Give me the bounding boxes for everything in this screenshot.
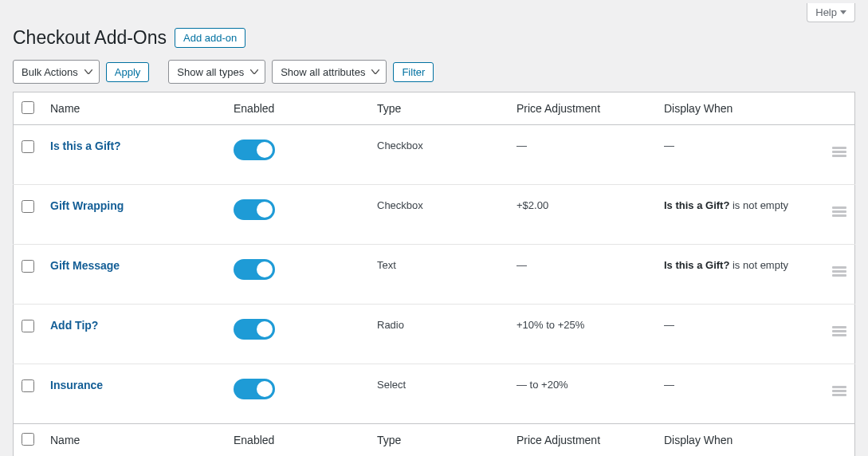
col-footer-type: Type: [369, 424, 509, 457]
row-checkbox[interactable]: [22, 379, 34, 392]
col-header-display[interactable]: Display When: [656, 92, 815, 125]
bulk-actions-label: Bulk Actions: [22, 66, 78, 78]
condition-rest: is not empty: [729, 259, 788, 271]
chevron-down-icon: [840, 10, 846, 15]
drag-handle-icon[interactable]: [832, 143, 846, 157]
select-all-checkbox-bottom[interactable]: [22, 433, 34, 446]
condition-rest: is not empty: [729, 199, 788, 211]
chevron-down-icon: [250, 69, 258, 74]
condition-empty: —: [664, 379, 674, 391]
enabled-toggle[interactable]: [234, 319, 275, 340]
row-title-link[interactable]: Is this a Gift?: [50, 140, 121, 152]
filter-button[interactable]: Filter: [393, 62, 434, 82]
enabled-toggle[interactable]: [234, 140, 275, 160]
help-tab[interactable]: Help: [807, 3, 855, 22]
addons-table: Name Enabled Type Price Adjustment Displ…: [13, 92, 855, 456]
condition-empty: —: [664, 140, 674, 151]
help-tab-label: Help: [815, 6, 837, 18]
bulk-actions-select[interactable]: Bulk Actions: [13, 60, 100, 84]
row-title-link[interactable]: Add Tip?: [50, 319, 98, 332]
row-price: +10% to +25%: [509, 305, 656, 364]
row-checkbox[interactable]: [22, 140, 34, 153]
col-footer-enabled: Enabled: [226, 424, 369, 457]
row-title-link[interactable]: Insurance: [50, 379, 103, 391]
type-filter-select[interactable]: Show all types: [168, 60, 265, 84]
enabled-toggle[interactable]: [234, 379, 275, 399]
table-row: InsuranceSelect— to +20%—: [14, 364, 855, 424]
condition-field-name: Is this a Gift?: [664, 259, 729, 271]
enabled-toggle[interactable]: [234, 259, 275, 280]
row-title-link[interactable]: Gift Message: [50, 259, 120, 272]
col-header-enabled[interactable]: Enabled: [226, 92, 369, 125]
row-type: Text: [369, 245, 509, 305]
table-row: Gift WrappingCheckbox+$2.00Is this a Gif…: [14, 185, 855, 245]
page-title: Checkout Add-Ons: [13, 27, 167, 49]
drag-handle-icon[interactable]: [832, 263, 846, 277]
col-header-type[interactable]: Type: [369, 92, 509, 125]
drag-handle-icon[interactable]: [832, 383, 846, 396]
row-price: —: [509, 245, 656, 305]
row-type: Select: [369, 364, 509, 424]
row-display-when: —: [656, 364, 815, 424]
condition-field-name: Is this a Gift?: [664, 199, 729, 211]
col-footer-display: Display When: [656, 424, 815, 457]
col-footer-price: Price Adjustment: [509, 424, 656, 457]
row-type: Radio: [369, 305, 509, 364]
table-row: Add Tip?Radio+10% to +25%—: [14, 305, 855, 364]
row-price: +$2.00: [509, 185, 656, 245]
type-filter-label: Show all types: [177, 66, 244, 78]
row-checkbox[interactable]: [22, 260, 34, 273]
attribute-filter-select[interactable]: Show all attributes: [272, 60, 387, 84]
row-display-when: Is this a Gift? is not empty: [656, 185, 815, 245]
row-checkbox[interactable]: [22, 200, 34, 213]
row-type: Checkbox: [369, 125, 509, 185]
col-header-price[interactable]: Price Adjustment: [509, 92, 656, 125]
table-row: Is this a Gift?Checkbox——: [14, 125, 855, 185]
condition-empty: —: [664, 319, 674, 331]
attribute-filter-label: Show all attributes: [281, 66, 365, 78]
chevron-down-icon: [371, 69, 379, 74]
select-all-checkbox-top[interactable]: [22, 101, 34, 114]
drag-handle-icon[interactable]: [832, 323, 846, 336]
enabled-toggle[interactable]: [234, 199, 275, 220]
table-row: Gift MessageText—Is this a Gift? is not …: [14, 245, 855, 305]
col-footer-name: Name: [42, 424, 226, 457]
chevron-down-icon: [84, 69, 92, 74]
add-addon-button[interactable]: Add add-on: [175, 28, 245, 48]
row-display-when: —: [656, 305, 815, 364]
drag-handle-icon[interactable]: [832, 203, 846, 217]
row-price: —: [509, 125, 656, 185]
col-header-name[interactable]: Name: [42, 92, 226, 125]
row-display-when: —: [656, 125, 815, 185]
row-display-when: Is this a Gift? is not empty: [656, 245, 815, 305]
row-title-link[interactable]: Gift Wrapping: [50, 199, 124, 212]
row-checkbox[interactable]: [22, 320, 34, 332]
row-type: Checkbox: [369, 185, 509, 245]
row-price: — to +20%: [509, 364, 656, 424]
apply-button-top[interactable]: Apply: [106, 62, 150, 82]
